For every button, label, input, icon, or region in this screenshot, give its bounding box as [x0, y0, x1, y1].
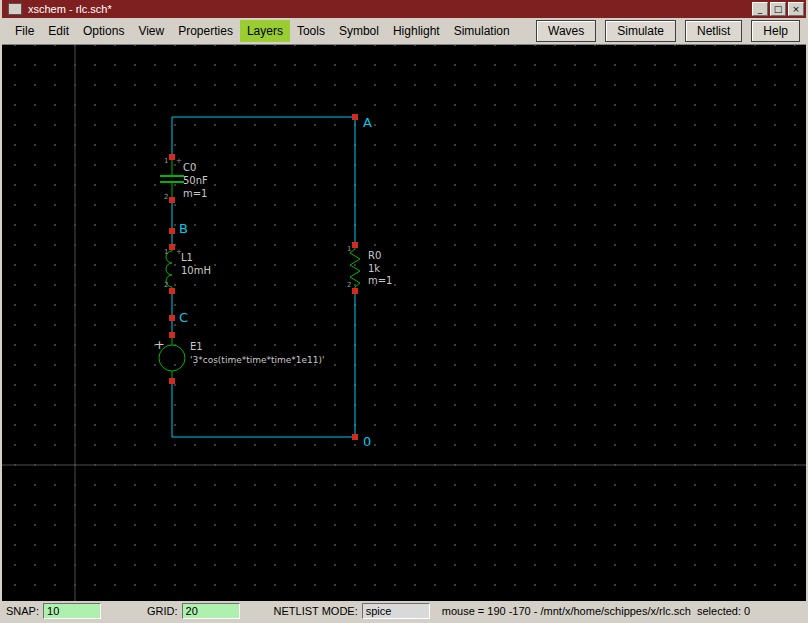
circuit-wires[interactable] [172, 117, 355, 437]
pin-l1-2 [169, 288, 175, 294]
pin-markers [169, 114, 358, 440]
source-value[interactable]: '3*cos(time*time*time*1e11)' [190, 355, 325, 365]
net-label-gnd[interactable]: 0 [363, 434, 371, 449]
menu-simulation[interactable]: Simulation [447, 20, 517, 42]
menu-highlight[interactable]: Highlight [386, 20, 447, 42]
pin-b [169, 228, 175, 234]
pin-a [352, 114, 358, 120]
xschem-window: xschem - rlc.sch* _ □ × File Edit Option… [0, 0, 808, 623]
net-label-c[interactable]: C [179, 310, 188, 325]
menubar: File Edit Options View Properties Layers… [2, 18, 806, 45]
menu-tools[interactable]: Tools [290, 20, 332, 42]
waves-button[interactable]: Waves [536, 20, 596, 42]
resistor-value[interactable]: 1k [368, 263, 380, 274]
r0-pin2-number: 2 [347, 281, 351, 289]
menu-edit[interactable]: Edit [41, 20, 76, 42]
pin-r0-1 [352, 242, 358, 248]
resistor-symbol[interactable] [350, 245, 360, 291]
schematic-canvas[interactable]: A B C 0 1 + 2 C0 50nF m=1 1 + 2 L1 10mH … [2, 45, 806, 601]
pin-gnd [352, 434, 358, 440]
mouse-status-text: mouse = 190 -170 - /mnt/x/home/schippes/… [442, 605, 750, 617]
simulate-button[interactable]: Simulate [605, 20, 676, 42]
l1-pin2-number: 2 [164, 281, 168, 289]
help-button[interactable]: Help [751, 20, 800, 42]
menu-symbol[interactable]: Symbol [332, 20, 386, 42]
menu-options[interactable]: Options [76, 20, 131, 42]
schematic-drawing: A B C 0 1 + 2 C0 50nF m=1 1 + 2 L1 10mH … [2, 45, 806, 601]
titlebar[interactable]: xschem - rlc.sch* _ □ × [2, 0, 806, 18]
menu-properties[interactable]: Properties [171, 20, 240, 42]
net-label-a[interactable]: A [363, 115, 372, 130]
netlist-button[interactable]: Netlist [685, 20, 742, 42]
menu-file[interactable]: File [8, 20, 41, 42]
grid-label: GRID: [147, 605, 178, 617]
minimize-icon[interactable]: _ [752, 2, 768, 16]
net-label-b[interactable]: B [179, 221, 188, 236]
pin-c0-1 [169, 154, 175, 160]
netlist-mode-label: NETLIST MODE: [274, 605, 358, 617]
snap-label: SNAP: [6, 605, 39, 617]
capacitor-value[interactable]: 50nF [183, 175, 208, 186]
window-title: xschem - rlc.sch* [28, 3, 750, 15]
menu-layers[interactable]: Layers [240, 20, 290, 42]
c0-pin1-number: 1 [164, 157, 168, 165]
c0-plus-mark: + [176, 157, 182, 165]
inductor-ref[interactable]: L1 [181, 252, 193, 263]
resistor-ref[interactable]: R0 [368, 250, 381, 261]
capacitor-ref[interactable]: C0 [183, 162, 196, 173]
capacitor-mult[interactable]: m=1 [183, 188, 207, 199]
l1-pin1-number: 1 [164, 248, 168, 256]
close-icon[interactable]: × [788, 2, 804, 16]
source-ref[interactable]: E1 [190, 341, 203, 352]
pin-c0-2 [169, 197, 175, 203]
r0-pin1-number: 1 [347, 245, 351, 253]
maximize-icon[interactable]: □ [770, 2, 786, 16]
inductor-value[interactable]: 10mH [181, 265, 211, 276]
pin-l1-1 [169, 244, 175, 250]
app-icon [8, 3, 22, 15]
resistor-mult[interactable]: m=1 [368, 275, 392, 286]
pin-c [169, 315, 175, 321]
pin-r0-2 [352, 288, 358, 294]
pin-e1-2 [169, 378, 175, 384]
c0-pin2-number: 2 [164, 193, 168, 201]
pin-e1-1 [169, 332, 175, 338]
netlist-mode-input[interactable] [362, 603, 430, 619]
menu-action-buttons: Waves Simulate Netlist Help [536, 20, 800, 42]
statusbar: SNAP: GRID: NETLIST MODE: mouse = 190 -1… [2, 601, 806, 621]
grid-input[interactable] [182, 603, 240, 619]
menu-view[interactable]: View [131, 20, 171, 42]
source-polarity-mark: + [154, 337, 165, 352]
snap-input[interactable] [43, 603, 101, 619]
